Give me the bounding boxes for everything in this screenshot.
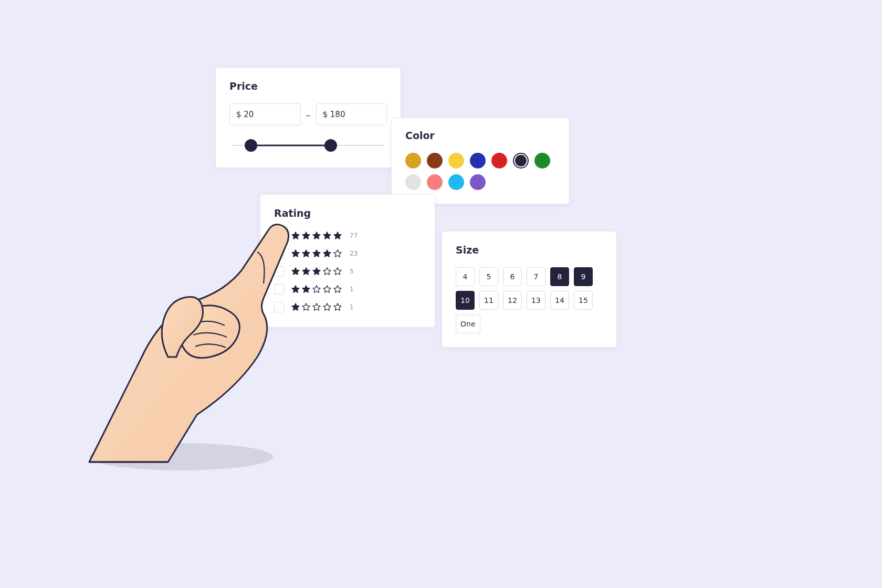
rating-count: 1 [350, 303, 354, 311]
size-option[interactable]: 7 [527, 267, 545, 286]
price-max-input[interactable]: $ 180 [316, 103, 387, 125]
rating-checkbox[interactable] [274, 302, 285, 312]
color-swatch[interactable] [491, 153, 507, 169]
price-filter-card: Price $ 20 – $ 180 [215, 67, 401, 168]
color-swatch[interactable] [405, 153, 421, 169]
size-option[interactable]: 4 [456, 267, 475, 286]
star-icons [291, 249, 342, 258]
rating-row[interactable]: 1 [274, 284, 421, 295]
price-range-slider[interactable] [233, 139, 384, 152]
rating-count: 23 [350, 250, 358, 257]
size-option[interactable]: 6 [503, 267, 522, 286]
rating-row[interactable]: 23 [274, 248, 421, 259]
rating-count: 5 [350, 268, 354, 275]
price-range-separator: – [306, 109, 311, 120]
color-swatch[interactable] [427, 153, 443, 169]
color-swatch[interactable] [448, 174, 464, 190]
size-option[interactable]: 5 [479, 267, 498, 286]
price-min-value: $ 20 [236, 110, 254, 119]
slider-handle-max[interactable] [324, 139, 337, 152]
rating-count: 1 [350, 286, 354, 293]
size-option[interactable]: 9 [574, 267, 593, 286]
rating-row[interactable]: 1 [274, 302, 421, 312]
rating-row[interactable]: 5 [274, 266, 421, 277]
size-option[interactable]: 13 [527, 291, 545, 310]
slider-handle-min[interactable] [245, 139, 257, 152]
size-option[interactable]: 8 [550, 267, 569, 286]
color-swatch[interactable] [427, 174, 443, 190]
star-icons [291, 302, 342, 312]
size-option[interactable]: 10 [456, 291, 475, 310]
rating-title: Rating [274, 207, 421, 219]
rating-checkbox[interactable] [274, 248, 285, 259]
price-min-input[interactable]: $ 20 [229, 103, 301, 125]
color-swatch[interactable] [405, 174, 421, 190]
size-title: Size [456, 244, 603, 256]
svg-point-0 [89, 443, 273, 470]
color-swatch[interactable] [448, 153, 464, 169]
rating-count: 77 [350, 232, 358, 239]
star-icons [291, 267, 342, 276]
price-max-value: $ 180 [323, 110, 345, 119]
size-option[interactable]: One [456, 314, 480, 333]
size-filter-card: Size 456789101112131415One [442, 231, 617, 348]
color-swatch[interactable] [513, 153, 529, 169]
star-icons [291, 231, 342, 240]
color-swatch[interactable] [470, 174, 486, 190]
size-option[interactable]: 12 [503, 291, 522, 310]
rating-checkbox[interactable] [274, 284, 285, 295]
price-title: Price [229, 80, 387, 92]
size-option[interactable]: 15 [574, 291, 593, 310]
slider-track-filled [251, 145, 331, 146]
star-icons [291, 285, 342, 294]
color-filter-card: Color [391, 118, 570, 204]
color-swatch[interactable] [534, 153, 550, 169]
size-option[interactable]: 14 [550, 291, 569, 310]
rating-filter-card: Rating 77 23 5 1 1 [260, 194, 435, 328]
rating-checkbox[interactable] [274, 266, 285, 277]
rating-row[interactable]: 77 [274, 230, 421, 241]
size-option[interactable]: 11 [479, 291, 498, 310]
color-title: Color [405, 130, 555, 141]
rating-checkbox[interactable] [274, 230, 285, 241]
color-swatch[interactable] [470, 153, 486, 169]
